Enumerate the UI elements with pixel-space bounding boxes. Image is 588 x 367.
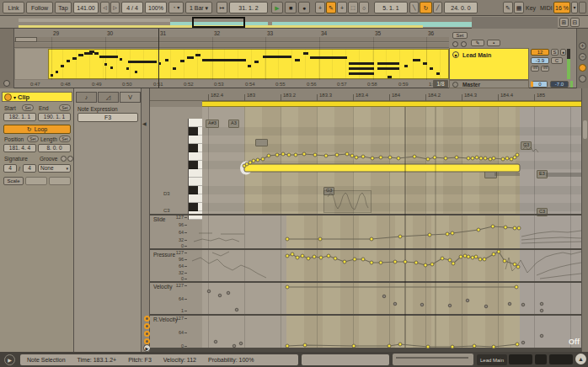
- black-key[interactable]: [189, 144, 198, 152]
- selection-mode: Note Selection: [27, 357, 66, 363]
- midi-out-meter: [549, 354, 573, 364]
- black-key[interactable]: [189, 127, 198, 136]
- status-bar: ▶ Note Selection Time: 183.1.2+ Pitch: F…: [0, 0, 588, 367]
- midi-in-meter: [509, 354, 532, 364]
- selection-probability: Probability: 100%: [208, 357, 254, 363]
- selection-info-bar: Note Selection Time: 183.1.2+ Pitch: F3 …: [20, 354, 298, 365]
- black-key[interactable]: [189, 161, 198, 169]
- midi-thru-meter: [535, 354, 547, 364]
- triangle-icon: ▶: [8, 357, 12, 363]
- black-key[interactable]: [189, 186, 198, 194]
- status-track-name: Lead Main: [477, 354, 507, 365]
- selection-pitch: Pitch: F3: [128, 357, 152, 363]
- selection-time: Time: 183.1.2+: [78, 357, 117, 363]
- selection-velocity: Velocity: 112: [163, 357, 196, 363]
- status-empty-field: [302, 354, 389, 365]
- bell-glyph: ▲: [578, 356, 584, 362]
- black-key[interactable]: [189, 203, 198, 211]
- status-info-box: [393, 354, 473, 365]
- ableton-live-window: Link Follow Tap 141.00 ◁ ▷ 4 / 4 100% ◔▾…: [0, 0, 588, 367]
- preview-button[interactable]: ▶: [4, 354, 15, 365]
- notification-bell-icon[interactable]: ▲: [575, 354, 586, 364]
